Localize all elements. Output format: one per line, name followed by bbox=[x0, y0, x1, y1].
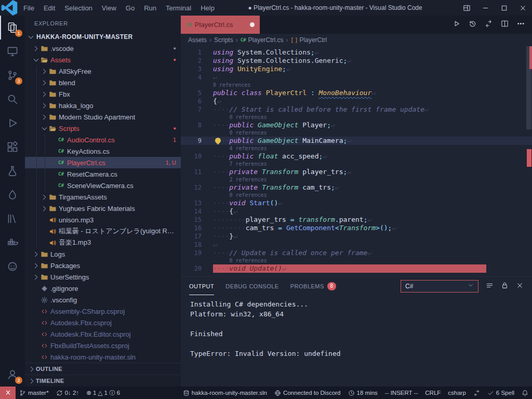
status-vim-mode[interactable]: -- INSERT -- bbox=[381, 387, 421, 399]
status-git-branch[interactable]: master* bbox=[16, 387, 52, 399]
code-editor[interactable]: 1using System.Collections;↵2using System… bbox=[181, 46, 532, 276]
activity-docker[interactable] bbox=[0, 231, 25, 255]
activity-ai-assistant[interactable] bbox=[0, 255, 25, 278]
code-line-14[interactable]: 14····{↵ bbox=[181, 207, 532, 216]
tree-item-assets[interactable]: Assets● bbox=[25, 54, 181, 65]
activity-search[interactable] bbox=[0, 87, 25, 111]
remote-indicator[interactable] bbox=[0, 387, 16, 399]
tree-item-tirgamesassets[interactable]: TirgamesAssets bbox=[25, 191, 181, 203]
tree-item-blend[interactable]: blend bbox=[25, 77, 181, 88]
close-button[interactable] bbox=[513, 0, 532, 16]
code-line-15[interactable]: 15········player_trs = transform.parent;… bbox=[181, 216, 532, 224]
breadcrumb-assets[interactable]: Assets bbox=[188, 36, 207, 44]
menu-selection[interactable]: Selection bbox=[60, 0, 97, 16]
codelens[interactable]: 0 references bbox=[181, 192, 532, 199]
code-line-19[interactable]: 19····// Update is called once per frame… bbox=[181, 249, 532, 257]
menu-edit[interactable]: Edit bbox=[39, 0, 60, 16]
codelens[interactable]: 4 references bbox=[181, 145, 532, 152]
modified-dot-icon[interactable] bbox=[250, 22, 255, 27]
codelens[interactable]: 0 references bbox=[181, 257, 532, 264]
breadcrumb-playerctrl.cs[interactable]: C#PlayerCtrl.cs bbox=[241, 36, 284, 44]
code-line-2[interactable]: 2using System.Collections.Generic;↵ bbox=[181, 57, 532, 65]
tree-item-playerctrl.cs[interactable]: C#PlayerCtrl.cs1, U bbox=[25, 157, 181, 168]
tree-item-1.mp3[interactable]: 音楽1.mp3 bbox=[25, 237, 181, 248]
activity-run-debug[interactable] bbox=[0, 111, 25, 135]
history-button[interactable] bbox=[469, 20, 476, 30]
split-editor-button[interactable] bbox=[501, 20, 509, 30]
play-button[interactable] bbox=[453, 20, 460, 30]
tree-item-sceneviewcamera.cs[interactable]: C#SceneViewCamera.cs bbox=[25, 180, 181, 191]
tree-item-scripts[interactable]: Scripts● bbox=[25, 123, 181, 134]
code-line-8[interactable]: 8····public GameObject Player;↵ bbox=[181, 121, 532, 129]
codelens[interactable]: 7 references bbox=[181, 161, 532, 168]
breadcrumb-scripts[interactable]: Scripts bbox=[214, 36, 233, 44]
lightbulb-icon[interactable] bbox=[215, 138, 221, 143]
tree-item-hakka-logo[interactable]: hakka_logo bbox=[25, 100, 181, 111]
code-line-3[interactable]: 3using UnityEngine;↵ bbox=[181, 65, 532, 73]
tree-item-autodesk.fbx.csproj[interactable]: Autodesk.Fbx.csproj bbox=[25, 317, 181, 328]
codelens[interactable]: 0 references bbox=[181, 129, 532, 137]
tree-item-yuigot-rem...[interactable]: 稲葉曇 - ロストアンブレラ(yuigot Rem... bbox=[25, 225, 181, 237]
tree-item-fbxbuildtestassets.csproj[interactable]: FbxBuildTestAssets.csproj bbox=[25, 340, 181, 351]
panel-tab-output[interactable]: OUTPUT bbox=[189, 277, 214, 295]
code-line-10[interactable]: 10····public float acc_speed;↵ bbox=[181, 152, 532, 161]
menu-help[interactable]: Help bbox=[196, 0, 219, 16]
panel-tab-problems[interactable]: PROBLEMS8 bbox=[290, 277, 336, 295]
codelens[interactable]: 2 references bbox=[181, 176, 532, 183]
menu-run[interactable]: Run bbox=[139, 0, 161, 16]
menu-go[interactable]: Go bbox=[121, 0, 139, 16]
code-line-5[interactable]: 5public class PlayerCtrl : MonoBehaviour… bbox=[181, 89, 532, 97]
code-line-17[interactable]: 17····}↵ bbox=[181, 232, 532, 241]
code-line-11[interactable]: 11····private Transform player_trs;↵ bbox=[181, 168, 532, 176]
status-eol-sequence[interactable]: CRLF bbox=[421, 387, 444, 399]
tree-item-audiocontrol.cs[interactable]: C#AudioControl.cs1 bbox=[25, 134, 181, 145]
menu-terminal[interactable]: Terminal bbox=[161, 0, 196, 16]
activity-accounts[interactable]: 2 bbox=[0, 363, 25, 387]
activity-explorer[interactable]: 1 bbox=[0, 16, 25, 39]
list-button[interactable] bbox=[486, 282, 494, 290]
section-outline[interactable]: OUTLINE bbox=[25, 363, 181, 375]
output-channel-select[interactable]: C# bbox=[401, 280, 478, 292]
tree-item-assembly-csharp.csproj[interactable]: Assembly-CSharp.csproj bbox=[25, 305, 181, 317]
code-line-16[interactable]: 16········cam_trs = GetComponent<Transfo… bbox=[181, 224, 532, 232]
activity-remote-explorer[interactable] bbox=[0, 39, 25, 63]
code-line-7[interactable]: 7····// Start is called before the first… bbox=[181, 105, 532, 114]
status-compare[interactable] bbox=[470, 387, 484, 399]
status-notifications[interactable] bbox=[518, 387, 532, 399]
status-discord[interactable]: Connected to Discord bbox=[271, 387, 344, 399]
code-line-20[interactable]: 20····void Update()↵ bbox=[181, 264, 532, 273]
code-line-12[interactable]: 12····private Transform cam_trs;↵ bbox=[181, 183, 532, 192]
tree-item-logs[interactable]: Logs bbox=[25, 248, 181, 260]
maximize-button[interactable] bbox=[495, 0, 513, 16]
section-timeline[interactable]: TIMELINE bbox=[25, 375, 181, 387]
code-line-9[interactable]: 9····public GameObject MainCamera;↵ bbox=[181, 137, 532, 145]
activity-extensions[interactable] bbox=[0, 135, 25, 159]
codelens[interactable]: 0 references bbox=[181, 114, 532, 121]
minimize-button[interactable] bbox=[476, 0, 495, 16]
code-line-13[interactable]: 13····void Start()↵ bbox=[181, 199, 532, 207]
status-sync[interactable]: 0↓ 2↑ bbox=[52, 387, 83, 399]
editor-tab-playerctrl.cs[interactable]: C#PlayerCtrl.cs bbox=[181, 16, 260, 34]
close-button[interactable] bbox=[516, 282, 524, 290]
tree-item-unison.mp3[interactable]: unison.mp3 bbox=[25, 214, 181, 225]
tree-item-resetcamera.cs[interactable]: C#ResetCamera.cs bbox=[25, 168, 181, 180]
tree-item-usersettings[interactable]: UserSettings bbox=[25, 271, 181, 283]
menu-file[interactable]: File bbox=[19, 0, 39, 16]
editor-scrollbar[interactable] bbox=[526, 46, 532, 276]
lock-button[interactable] bbox=[501, 282, 509, 290]
status-language-mode[interactable]: csharp bbox=[444, 387, 470, 399]
activity-source-control[interactable]: 3 bbox=[0, 63, 25, 87]
tree-item-hakka-room-unity-master.sln[interactable]: hakka-room-unity-master.sln bbox=[25, 351, 181, 363]
tree-item-modern-studio-apartment[interactable]: Modern Studio Apartment bbox=[25, 111, 181, 123]
layout-button[interactable] bbox=[457, 0, 476, 16]
tree-item-autodesk.fbx.editor.csproj[interactable]: Autodesk.Fbx.Editor.csproj bbox=[25, 328, 181, 340]
codelens[interactable]: 0 references bbox=[181, 82, 532, 89]
tree-project-root[interactable]: HAKKA-ROOM-UNITY-MASTER bbox=[25, 31, 181, 43]
breadcrumb-playerctrl[interactable]: PlayerCtrl bbox=[291, 36, 327, 44]
tree-item-allskyfree[interactable]: AllSkyFree bbox=[25, 65, 181, 77]
activity-test-beaker[interactable] bbox=[0, 159, 25, 183]
compare-button[interactable] bbox=[485, 20, 493, 30]
tree-item-.gitignore[interactable]: .gitignore bbox=[25, 283, 181, 294]
activity-library[interactable] bbox=[0, 207, 25, 231]
output-content[interactable]: Installing C# dependencies...Platform: w… bbox=[181, 295, 532, 387]
